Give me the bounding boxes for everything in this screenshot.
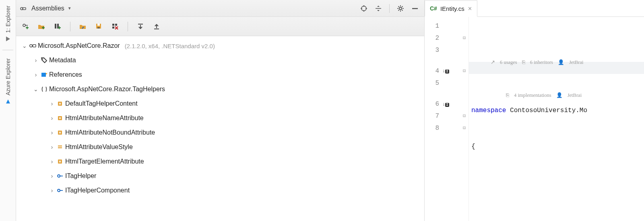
target-icon[interactable] <box>359 3 369 14</box>
separator <box>70 22 70 31</box>
line-number: 8 <box>425 122 439 134</box>
svg-point-48 <box>58 189 60 192</box>
chevron-right-icon: › <box>32 57 39 63</box>
svg-rect-44 <box>58 147 62 149</box>
csharp-icon: C# <box>430 5 437 12</box>
chevron-down-icon: ▼ <box>68 6 72 10</box>
assembly-tree[interactable]: ⌄ Microsoft.AspNetCore.Razor (2.1.2.0, x… <box>16 36 424 221</box>
editor-tab[interactable]: C# IEntity.cs ✕ <box>425 0 477 17</box>
tree-class[interactable]: › HtmlTargetElementAttribute <box>16 154 424 169</box>
class-icon <box>56 100 65 107</box>
separator <box>128 22 128 31</box>
svg-line-15 <box>402 6 403 7</box>
marker-gutter: ↓I ↓I <box>442 17 460 221</box>
add-folder-icon[interactable] <box>36 21 47 32</box>
svg-point-18 <box>23 24 25 27</box>
references-icon <box>39 72 49 78</box>
add-node-icon[interactable] <box>20 21 31 32</box>
stripe-azure-label: Azure Explorer <box>5 58 11 96</box>
svg-rect-29 <box>97 24 100 26</box>
split-icon[interactable] <box>373 3 384 14</box>
tool-stripe: 1: Explorer Azure Explorer <box>0 0 16 221</box>
separator <box>389 4 390 13</box>
namespace-icon <box>39 86 49 92</box>
tree-root-meta: (2.1.2.0, x64, .NETStandard v2.0) <box>125 43 215 49</box>
tree-references[interactable]: › References <box>16 68 424 82</box>
code-editor[interactable]: 1 2 3 4 5 6 7 8 ↓I ↓I ⊟ <box>425 17 644 221</box>
close-icon[interactable]: ✕ <box>468 6 472 12</box>
svg-rect-43 <box>58 145 62 147</box>
stripe-explorer[interactable]: 1: Explorer <box>5 0 11 47</box>
implementers-icon[interactable]: ↓I <box>442 65 460 78</box>
clear-icon[interactable] <box>110 21 120 32</box>
tree-metadata[interactable]: › Metadata <box>16 53 424 68</box>
svg-point-36 <box>30 45 32 47</box>
code-lens[interactable]: ⎘4 implementations 👤JetBrai <box>506 89 582 101</box>
tree-interface-label: ITagHelperComponent <box>65 187 130 194</box>
export-icon[interactable] <box>135 21 146 32</box>
enum-icon <box>56 144 65 150</box>
save-list-icon[interactable] <box>94 21 104 32</box>
line-number: 2 <box>425 32 439 44</box>
tree-class[interactable]: › HtmlAttributeNotBoundAttribute <box>16 125 424 140</box>
tree-enum-label: HtmlAttributeValueStyle <box>65 143 133 151</box>
editor-tabbar: C# IEntity.cs ✕ <box>425 0 644 17</box>
chevron-right-icon: › <box>48 158 56 165</box>
chevron-down-icon: ⌄ <box>32 86 39 92</box>
interface-icon <box>56 173 65 179</box>
tree-enum[interactable]: › HtmlAttributeValueStyle <box>16 140 424 154</box>
lens-inheritors-icon: ⎘ <box>522 56 525 68</box>
tree-namespace-label: Microsoft.AspNetCore.Razor.TagHelpers <box>49 86 165 93</box>
tree-root[interactable]: ⌄ Microsoft.AspNetCore.Razor (2.1.2.0, x… <box>16 39 424 53</box>
minimize-icon[interactable] <box>410 3 420 14</box>
tree-class[interactable]: › HtmlAttributeNameAttribute <box>16 111 424 125</box>
svg-rect-32 <box>112 27 114 29</box>
tree-namespace[interactable]: ⌄ Microsoft.AspNetCore.Razor.TagHelpers <box>16 82 424 96</box>
fold-icon[interactable]: ⊟ <box>460 32 469 44</box>
fold-icon[interactable]: ⊟ <box>460 65 469 77</box>
line-number: 6 <box>425 98 439 110</box>
svg-rect-21 <box>27 26 28 29</box>
svg-rect-34 <box>138 24 143 25</box>
tree-interface[interactable]: › ITagHelper <box>16 169 424 183</box>
class-icon <box>56 115 65 121</box>
svg-rect-27 <box>59 26 60 29</box>
implementers-icon[interactable]: ↓I <box>442 98 460 111</box>
panel-title: Assemblies <box>31 5 64 12</box>
fold-end-icon: ⊟ <box>460 110 469 122</box>
svg-rect-35 <box>154 29 159 29</box>
line-number: 4 <box>425 65 439 77</box>
svg-rect-37 <box>33 45 36 47</box>
lens-author-icon: 👤 <box>558 56 564 68</box>
svg-point-8 <box>399 7 402 10</box>
assemblies-icon <box>20 5 27 12</box>
gear-icon[interactable] <box>395 3 406 14</box>
run-icon <box>5 36 11 42</box>
tree-interface-label: ITagHelper <box>65 172 96 180</box>
line-number-gutter: 1 2 3 4 5 6 7 8 <box>425 17 442 221</box>
svg-rect-39 <box>41 73 46 77</box>
code-body[interactable]: namespace ContosoUniversity.Mo { ↗6 usag… <box>469 17 644 221</box>
open-folder-icon[interactable] <box>78 21 88 32</box>
class-icon <box>56 158 65 165</box>
code-lens[interactable]: ↗6 usages ⎘6 inheritors 👤JetBrai <box>491 56 583 68</box>
add-server-icon[interactable] <box>52 21 63 32</box>
stripe-azure[interactable]: Azure Explorer <box>5 53 11 110</box>
line-number: 5 <box>425 77 439 89</box>
code-text: ContosoUniversity.Mo <box>506 107 587 114</box>
tree-class-label: HtmlAttributeNotBoundAttribute <box>65 129 155 136</box>
chevron-right-icon: › <box>48 115 56 121</box>
tree-references-label: References <box>49 71 82 78</box>
svg-rect-30 <box>97 27 100 29</box>
panel-title-wrap[interactable]: Assemblies ▼ <box>31 5 72 12</box>
line-number: 3 <box>425 44 439 56</box>
fold-end-icon: ⊟ <box>460 122 469 134</box>
tree-interface[interactable]: › ITagHelperComponent <box>16 183 424 198</box>
tree-class[interactable]: › DefaultTagHelperContent <box>16 96 424 111</box>
import-icon[interactable] <box>151 21 162 32</box>
chevron-right-icon: › <box>48 144 56 150</box>
panel-toolbar <box>16 17 424 36</box>
svg-rect-31 <box>112 24 114 26</box>
tree-root-label: Microsoft.AspNetCore.Razor <box>38 42 120 49</box>
svg-point-38 <box>42 59 43 59</box>
